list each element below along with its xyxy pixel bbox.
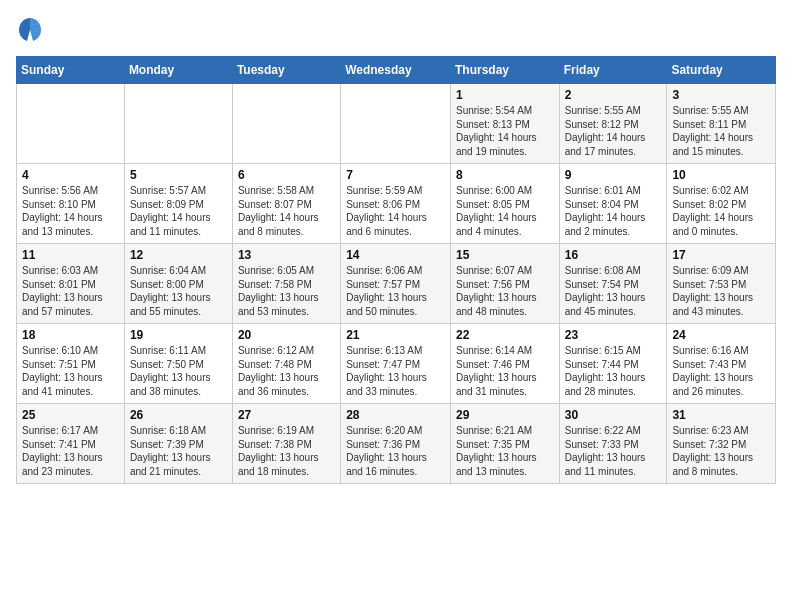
calendar-cell: 9Sunrise: 6:01 AM Sunset: 8:04 PM Daylig…	[559, 164, 667, 244]
day-info: Sunrise: 5:55 AM Sunset: 8:11 PM Dayligh…	[672, 104, 770, 158]
day-info: Sunrise: 6:01 AM Sunset: 8:04 PM Dayligh…	[565, 184, 662, 238]
calendar-cell: 16Sunrise: 6:08 AM Sunset: 7:54 PM Dayli…	[559, 244, 667, 324]
day-info: Sunrise: 6:10 AM Sunset: 7:51 PM Dayligh…	[22, 344, 119, 398]
day-number: 16	[565, 248, 662, 262]
day-info: Sunrise: 5:57 AM Sunset: 8:09 PM Dayligh…	[130, 184, 227, 238]
day-info: Sunrise: 6:23 AM Sunset: 7:32 PM Dayligh…	[672, 424, 770, 478]
calendar-cell: 12Sunrise: 6:04 AM Sunset: 8:00 PM Dayli…	[124, 244, 232, 324]
day-number: 26	[130, 408, 227, 422]
logo	[16, 16, 46, 44]
calendar-cell	[232, 84, 340, 164]
weekday-header: Thursday	[450, 57, 559, 84]
logo-icon	[16, 16, 44, 44]
day-number: 14	[346, 248, 445, 262]
day-number: 23	[565, 328, 662, 342]
calendar-cell: 13Sunrise: 6:05 AM Sunset: 7:58 PM Dayli…	[232, 244, 340, 324]
weekday-header: Wednesday	[341, 57, 451, 84]
day-number: 11	[22, 248, 119, 262]
day-number: 30	[565, 408, 662, 422]
day-number: 25	[22, 408, 119, 422]
day-info: Sunrise: 6:00 AM Sunset: 8:05 PM Dayligh…	[456, 184, 554, 238]
day-info: Sunrise: 6:19 AM Sunset: 7:38 PM Dayligh…	[238, 424, 335, 478]
calendar-cell: 30Sunrise: 6:22 AM Sunset: 7:33 PM Dayli…	[559, 404, 667, 484]
day-info: Sunrise: 6:13 AM Sunset: 7:47 PM Dayligh…	[346, 344, 445, 398]
calendar-cell: 19Sunrise: 6:11 AM Sunset: 7:50 PM Dayli…	[124, 324, 232, 404]
day-info: Sunrise: 6:06 AM Sunset: 7:57 PM Dayligh…	[346, 264, 445, 318]
day-info: Sunrise: 6:14 AM Sunset: 7:46 PM Dayligh…	[456, 344, 554, 398]
day-info: Sunrise: 6:03 AM Sunset: 8:01 PM Dayligh…	[22, 264, 119, 318]
calendar-cell: 26Sunrise: 6:18 AM Sunset: 7:39 PM Dayli…	[124, 404, 232, 484]
day-number: 5	[130, 168, 227, 182]
calendar-cell: 1Sunrise: 5:54 AM Sunset: 8:13 PM Daylig…	[450, 84, 559, 164]
calendar-cell: 24Sunrise: 6:16 AM Sunset: 7:43 PM Dayli…	[667, 324, 776, 404]
day-number: 17	[672, 248, 770, 262]
day-info: Sunrise: 6:15 AM Sunset: 7:44 PM Dayligh…	[565, 344, 662, 398]
day-info: Sunrise: 5:55 AM Sunset: 8:12 PM Dayligh…	[565, 104, 662, 158]
calendar-cell: 17Sunrise: 6:09 AM Sunset: 7:53 PM Dayli…	[667, 244, 776, 324]
day-number: 8	[456, 168, 554, 182]
day-number: 10	[672, 168, 770, 182]
day-number: 12	[130, 248, 227, 262]
day-number: 4	[22, 168, 119, 182]
day-number: 24	[672, 328, 770, 342]
calendar-cell: 23Sunrise: 6:15 AM Sunset: 7:44 PM Dayli…	[559, 324, 667, 404]
day-info: Sunrise: 6:07 AM Sunset: 7:56 PM Dayligh…	[456, 264, 554, 318]
calendar-cell: 2Sunrise: 5:55 AM Sunset: 8:12 PM Daylig…	[559, 84, 667, 164]
calendar-cell: 20Sunrise: 6:12 AM Sunset: 7:48 PM Dayli…	[232, 324, 340, 404]
day-number: 19	[130, 328, 227, 342]
day-info: Sunrise: 6:04 AM Sunset: 8:00 PM Dayligh…	[130, 264, 227, 318]
day-info: Sunrise: 6:08 AM Sunset: 7:54 PM Dayligh…	[565, 264, 662, 318]
calendar-cell: 22Sunrise: 6:14 AM Sunset: 7:46 PM Dayli…	[450, 324, 559, 404]
day-info: Sunrise: 6:11 AM Sunset: 7:50 PM Dayligh…	[130, 344, 227, 398]
weekday-header: Monday	[124, 57, 232, 84]
day-info: Sunrise: 6:16 AM Sunset: 7:43 PM Dayligh…	[672, 344, 770, 398]
calendar-cell: 14Sunrise: 6:06 AM Sunset: 7:57 PM Dayli…	[341, 244, 451, 324]
weekday-header: Tuesday	[232, 57, 340, 84]
day-info: Sunrise: 5:54 AM Sunset: 8:13 PM Dayligh…	[456, 104, 554, 158]
day-number: 22	[456, 328, 554, 342]
calendar-cell: 8Sunrise: 6:00 AM Sunset: 8:05 PM Daylig…	[450, 164, 559, 244]
day-info: Sunrise: 5:56 AM Sunset: 8:10 PM Dayligh…	[22, 184, 119, 238]
calendar-cell	[17, 84, 125, 164]
day-info: Sunrise: 5:59 AM Sunset: 8:06 PM Dayligh…	[346, 184, 445, 238]
day-number: 28	[346, 408, 445, 422]
day-number: 1	[456, 88, 554, 102]
day-number: 2	[565, 88, 662, 102]
calendar-cell: 3Sunrise: 5:55 AM Sunset: 8:11 PM Daylig…	[667, 84, 776, 164]
calendar-cell: 6Sunrise: 5:58 AM Sunset: 8:07 PM Daylig…	[232, 164, 340, 244]
calendar-cell: 10Sunrise: 6:02 AM Sunset: 8:02 PM Dayli…	[667, 164, 776, 244]
day-number: 27	[238, 408, 335, 422]
day-info: Sunrise: 6:20 AM Sunset: 7:36 PM Dayligh…	[346, 424, 445, 478]
calendar-cell: 7Sunrise: 5:59 AM Sunset: 8:06 PM Daylig…	[341, 164, 451, 244]
day-info: Sunrise: 5:58 AM Sunset: 8:07 PM Dayligh…	[238, 184, 335, 238]
day-info: Sunrise: 6:09 AM Sunset: 7:53 PM Dayligh…	[672, 264, 770, 318]
day-number: 31	[672, 408, 770, 422]
day-info: Sunrise: 6:02 AM Sunset: 8:02 PM Dayligh…	[672, 184, 770, 238]
calendar-cell: 28Sunrise: 6:20 AM Sunset: 7:36 PM Dayli…	[341, 404, 451, 484]
day-number: 29	[456, 408, 554, 422]
calendar-cell: 29Sunrise: 6:21 AM Sunset: 7:35 PM Dayli…	[450, 404, 559, 484]
calendar-cell: 25Sunrise: 6:17 AM Sunset: 7:41 PM Dayli…	[17, 404, 125, 484]
day-number: 6	[238, 168, 335, 182]
calendar-cell: 31Sunrise: 6:23 AM Sunset: 7:32 PM Dayli…	[667, 404, 776, 484]
weekday-header: Friday	[559, 57, 667, 84]
calendar-cell	[124, 84, 232, 164]
calendar-table: SundayMondayTuesdayWednesdayThursdayFrid…	[16, 56, 776, 484]
calendar-cell: 27Sunrise: 6:19 AM Sunset: 7:38 PM Dayli…	[232, 404, 340, 484]
day-info: Sunrise: 6:05 AM Sunset: 7:58 PM Dayligh…	[238, 264, 335, 318]
day-info: Sunrise: 6:21 AM Sunset: 7:35 PM Dayligh…	[456, 424, 554, 478]
day-number: 9	[565, 168, 662, 182]
day-info: Sunrise: 6:17 AM Sunset: 7:41 PM Dayligh…	[22, 424, 119, 478]
day-number: 13	[238, 248, 335, 262]
calendar-cell: 4Sunrise: 5:56 AM Sunset: 8:10 PM Daylig…	[17, 164, 125, 244]
day-number: 20	[238, 328, 335, 342]
calendar-cell	[341, 84, 451, 164]
calendar-cell: 11Sunrise: 6:03 AM Sunset: 8:01 PM Dayli…	[17, 244, 125, 324]
page-header	[16, 16, 776, 44]
calendar-cell: 18Sunrise: 6:10 AM Sunset: 7:51 PM Dayli…	[17, 324, 125, 404]
calendar-cell: 5Sunrise: 5:57 AM Sunset: 8:09 PM Daylig…	[124, 164, 232, 244]
day-number: 18	[22, 328, 119, 342]
day-info: Sunrise: 6:22 AM Sunset: 7:33 PM Dayligh…	[565, 424, 662, 478]
weekday-header: Sunday	[17, 57, 125, 84]
day-number: 3	[672, 88, 770, 102]
